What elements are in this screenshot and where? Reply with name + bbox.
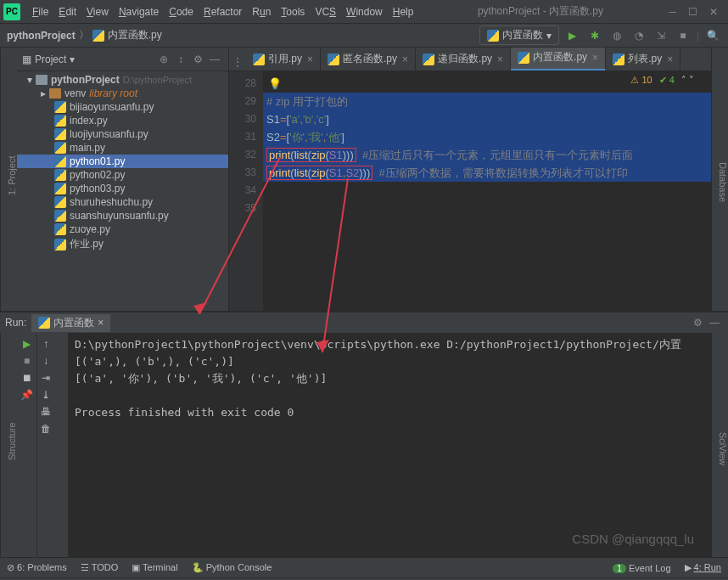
stop-button[interactable]: ■ [675,27,692,44]
python-icon [92,30,104,42]
tree-file[interactable]: 作业.py [17,236,228,252]
editor-tab[interactable]: 列表.py× [606,48,680,70]
editor-inspections[interactable]: ⚠ 10 ✔ 4 ˄ ˅ [630,75,694,86]
gear-icon[interactable]: ⚙ [189,51,206,68]
tree-file[interactable]: luojiyunsuanfu.py [17,127,228,141]
project-tree[interactable]: ▾ pythonProject D:\pythonProject ▸ venv … [17,71,228,311]
editor-tab[interactable]: 内置函数.py× [511,48,606,70]
tree-root[interactable]: ▾ pythonProject D:\pythonProject [17,73,228,87]
left-tool-project[interactable]: 1: Project [7,156,17,195]
terminal-tool[interactable]: ▣ Terminal [132,562,177,573]
close-icon[interactable]: ✕ [709,6,718,18]
code-line[interactable] [263,200,711,217]
editor-tab[interactable]: 递归函数.py× [416,48,511,70]
scroll-icon[interactable]: ⤓ [42,389,50,401]
down-icon[interactable]: ↓ [43,355,48,367]
close-icon[interactable]: × [98,317,104,329]
run-output[interactable]: D:\pythonProject1\pythonProject\venv\Scr… [68,333,711,557]
editor-tab[interactable]: 匿名函数.py× [321,48,416,70]
close-icon[interactable]: × [592,52,598,64]
python-icon [38,317,50,329]
python-console-tool[interactable]: 🐍 Python Console [192,562,272,573]
rerun-button[interactable]: ▶ [23,338,31,350]
menu-navigate[interactable]: Navigate [114,6,164,18]
menu-run[interactable]: Run [247,6,276,18]
chevron-down-icon: ▾ [546,30,552,42]
menu-file[interactable]: File [27,6,53,18]
menu-code[interactable]: Code [164,6,199,18]
up-icon[interactable]: ↑ [43,338,48,350]
right-tool-stripe-2: SciView [711,333,728,557]
breadcrumb-file[interactable]: 内置函数.py [108,28,162,42]
editor-tab[interactable]: 引用.py× [246,48,321,70]
menu-help[interactable]: Help [388,6,419,18]
minimize-icon[interactable]: ─ [669,6,676,18]
menu-refactor[interactable]: Refactor [199,6,247,18]
exit-button[interactable]: ⏹ [22,372,32,384]
wrap-icon[interactable]: ⇥ [42,372,50,384]
run-tool[interactable]: ▶ 4: Run [685,562,721,573]
menu-window[interactable]: Window [341,6,388,18]
hide-icon[interactable]: — [206,51,223,68]
locate-icon[interactable]: ⊕ [155,51,172,68]
maximize-icon[interactable]: ☐ [688,6,697,18]
code-line[interactable]: print(list(zip(S1))) #压缩过后只有一个元素，元组里面只有一… [263,146,711,164]
inspection-chevron-icon[interactable]: ˄ ˅ [681,75,694,86]
stop-button[interactable]: ■ [24,355,30,367]
menu-tools[interactable]: Tools [276,6,310,18]
code-line[interactable]: S1=['a','b','c'] [263,110,711,128]
tree-file[interactable]: python03.py [17,182,228,195]
toolbar: pythonProject 〉 内置函数.py 内置函数 ▾ ▶ ✱ ◍ ◔ ⇲… [0,24,728,48]
menu-edit[interactable]: Edit [53,6,81,18]
right-tool-sciview[interactable]: SciView [718,432,728,465]
todo-tool[interactable]: ☲ TODO [81,562,118,573]
tree-file[interactable]: main.py [17,141,228,155]
hide-icon[interactable]: — [706,314,723,331]
close-icon[interactable]: × [307,53,313,65]
close-icon[interactable]: × [497,53,503,65]
project-tool-icon: ▦ [22,53,31,65]
tree-file[interactable]: python01.py [17,155,228,168]
code-area[interactable]: 💡 # zip 用于打包的S1=['a','b','c']S2=['你','我'… [263,71,711,311]
gear-icon[interactable]: ⚙ [689,314,706,331]
search-icon[interactable]: 🔍 [704,27,721,44]
print-icon[interactable]: 🖶 [41,406,51,418]
close-icon[interactable]: × [402,53,408,65]
attach-button[interactable]: ⇲ [652,27,669,44]
tabs-menu-icon[interactable]: ⋮ [229,53,246,70]
code-line[interactable] [263,182,711,200]
collapse-icon[interactable]: ↕ [172,51,189,68]
editor-tabs: ⋮ 引用.py×匿名函数.py×递归函数.py×内置函数.py×列表.py× [229,48,711,71]
project-title: Project [35,53,66,65]
code-line[interactable]: # zip 用于打包的 [263,93,711,110]
profile-button[interactable]: ◔ [630,27,647,44]
coverage-button[interactable]: ◍ [608,27,625,44]
tree-file[interactable]: zuoye.py [17,222,228,236]
trash-icon[interactable]: 🗑 [41,423,51,435]
event-log-tool[interactable]: 1 Event Log [613,563,670,573]
code-line[interactable]: print(list(zip(S1,S2))) #压缩两个数据，需要将数据转换为… [263,164,711,182]
problems-tool[interactable]: ⊘ 6: Problems [7,562,67,573]
run-config-selector[interactable]: 内置函数 ▾ [479,25,559,45]
tree-file[interactable]: python02.py [17,168,228,182]
debug-button[interactable]: ✱ [586,27,603,44]
python-icon [487,30,499,42]
right-tool-database[interactable]: Database [718,162,728,202]
chevron-down-icon[interactable]: ▾ [70,53,75,65]
pin-icon[interactable]: 📌 [20,389,33,401]
bulb-icon[interactable]: 💡 [268,75,282,93]
tree-venv[interactable]: ▸ venv library root [17,87,228,100]
tree-file[interactable]: bijiaoyunsuanfu.py [17,100,228,114]
tree-file[interactable]: index.py [17,114,228,127]
menu-view[interactable]: View [81,6,114,18]
breadcrumb-root[interactable]: pythonProject [7,30,76,42]
code-line[interactable]: S2=['你','我','他'] [263,128,711,146]
run-tab[interactable]: 内置函数 × [31,314,110,332]
tree-file[interactable]: suanshuyunsuanfu.py [17,209,228,222]
menu-vcs[interactable]: VCS [310,6,341,18]
close-icon[interactable]: × [667,53,673,65]
breadcrumb: pythonProject 〉 内置函数.py [7,28,479,42]
tree-file[interactable]: shuruheshuchu.py [17,195,228,209]
left-tool-structure[interactable]: Structure [7,423,17,461]
run-button[interactable]: ▶ [564,27,581,44]
